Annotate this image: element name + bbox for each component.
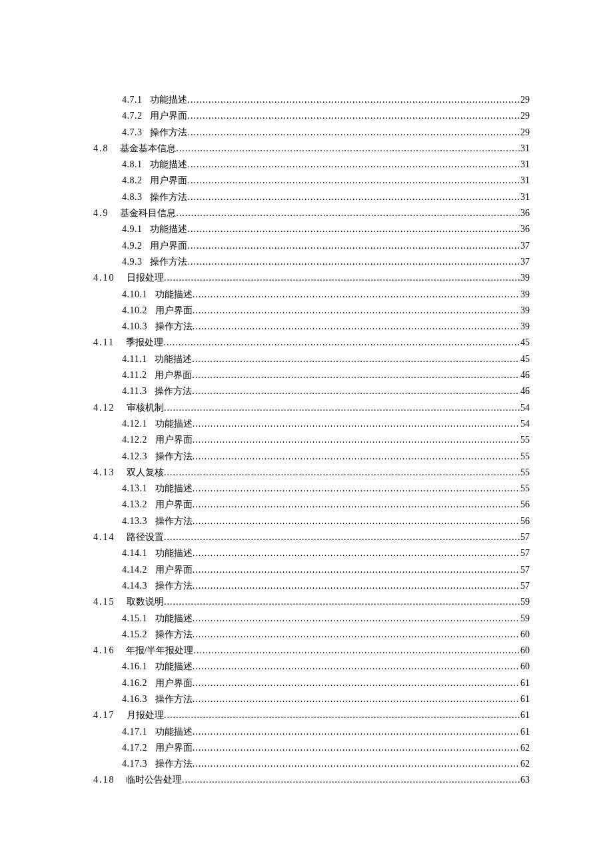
toc-entry[interactable]: 4.10.3操作方法39 bbox=[85, 319, 530, 335]
toc-entry[interactable]: 4.16年报/半年报处理60 bbox=[85, 643, 530, 659]
toc-leader-dots bbox=[193, 562, 520, 578]
toc-leader-dots bbox=[193, 545, 520, 561]
toc-entry[interactable]: 4.8.1功能描述31 bbox=[85, 157, 530, 173]
toc-entry[interactable]: 4.13.1功能描述55 bbox=[85, 481, 530, 497]
toc-entry-number: 4.17 bbox=[93, 707, 115, 723]
toc-entry[interactable]: 4.14.3操作方法57 bbox=[85, 578, 530, 594]
toc-entry-number: 4.13 bbox=[93, 465, 115, 481]
toc-entry-page: 31 bbox=[520, 141, 530, 157]
toc-entry[interactable]: 4.17月报处理61 bbox=[85, 707, 530, 723]
toc-entry[interactable]: 4.15取数说明59 bbox=[85, 594, 530, 610]
toc-entry-number: 4.9.2 bbox=[122, 238, 143, 254]
toc-entry-number: 4.10.2 bbox=[122, 303, 147, 319]
toc-entry-number: 4.16 bbox=[93, 643, 115, 659]
toc-entry[interactable]: 4.15.2操作方法60 bbox=[85, 627, 530, 643]
toc-entry[interactable]: 4.8.2用户界面31 bbox=[85, 173, 530, 189]
toc-leader-dots bbox=[193, 740, 520, 756]
toc-entry[interactable]: 4.14.2用户界面57 bbox=[85, 562, 530, 578]
toc-entry[interactable]: 4.15.1功能描述59 bbox=[85, 611, 530, 627]
toc-entry-label: 操作方法 bbox=[150, 254, 187, 270]
toc-entry-label: 功能描述 bbox=[155, 287, 193, 303]
toc-entry[interactable]: 4.10.1功能描述39 bbox=[85, 287, 530, 303]
toc-entry-number: 4.13.1 bbox=[122, 481, 147, 497]
toc-entry[interactable]: 4.11.1功能描述45 bbox=[85, 351, 530, 367]
toc-entry[interactable]: 4.12.1功能描述54 bbox=[85, 416, 530, 432]
toc-entry[interactable]: 4.11季报处理45 bbox=[85, 335, 530, 351]
toc-entry-label: 用户界面 bbox=[155, 497, 193, 513]
toc-entry[interactable]: 4.14.1功能描述57 bbox=[85, 545, 530, 561]
toc-entry-label: 操作方法 bbox=[155, 691, 193, 707]
toc-entry[interactable]: 4.7.1功能描述29 bbox=[85, 92, 530, 108]
toc-entry[interactable]: 4.17.3操作方法62 bbox=[85, 756, 530, 772]
toc-leader-dots bbox=[193, 578, 520, 594]
toc-entry-number: 4.11 bbox=[93, 335, 115, 351]
toc-leader-dots bbox=[187, 92, 520, 108]
toc-entry-page: 60 bbox=[520, 643, 530, 659]
toc-leader-dots bbox=[164, 400, 520, 416]
toc-entry[interactable]: 4.7.2用户界面29 bbox=[85, 108, 530, 124]
toc-entry-label: 操作方法 bbox=[150, 125, 187, 141]
toc-entry[interactable]: 4.17.2用户界面62 bbox=[85, 740, 530, 756]
toc-entry[interactable]: 4.10.2用户界面39 bbox=[85, 303, 530, 319]
toc-entry-page: 61 bbox=[520, 707, 530, 723]
toc-entry-label: 功能描述 bbox=[155, 611, 193, 627]
toc-entry-page: 55 bbox=[520, 449, 530, 465]
toc-leader-dots bbox=[193, 724, 520, 740]
toc-entry-label: 取数说明 bbox=[127, 594, 164, 610]
toc-entry[interactable]: 4.9.2用户界面37 bbox=[85, 238, 530, 254]
toc-entry[interactable]: 4.14路径设置57 bbox=[85, 529, 530, 545]
toc-leader-dots bbox=[193, 659, 520, 675]
toc-entry[interactable]: 4.12.2用户界面55 bbox=[85, 432, 530, 448]
toc-entry-page: 46 bbox=[520, 367, 530, 383]
toc-entry-number: 4.17.1 bbox=[122, 724, 147, 740]
toc-entry[interactable]: 4.11.3操作方法46 bbox=[85, 383, 530, 399]
toc-leader-dots bbox=[164, 270, 520, 286]
toc-entry[interactable]: 4.10日报处理39 bbox=[85, 270, 530, 286]
toc-entry-label: 用户界面 bbox=[155, 675, 193, 691]
toc-page: 4.7.1功能描述294.7.2用户界面294.7.3操作方法294.8基金基本… bbox=[0, 0, 613, 855]
toc-entry-label: 功能描述 bbox=[155, 481, 193, 497]
toc-entry-number: 4.7.2 bbox=[122, 108, 143, 124]
toc-entry-number: 4.7.1 bbox=[122, 92, 143, 108]
toc-entry-label: 功能描述 bbox=[150, 157, 187, 173]
toc-entry[interactable]: 4.9.3操作方法37 bbox=[85, 254, 530, 270]
toc-entry-label: 用户界面 bbox=[155, 367, 192, 383]
toc-entry-page: 31 bbox=[520, 173, 530, 189]
toc-entry[interactable]: 4.16.3操作方法61 bbox=[85, 691, 530, 707]
toc-entry-label: 基金基本信息 bbox=[120, 141, 176, 157]
toc-entry-page: 59 bbox=[520, 611, 530, 627]
toc-entry-label: 操作方法 bbox=[155, 319, 193, 335]
toc-leader-dots bbox=[193, 611, 520, 627]
toc-entry[interactable]: 4.17.1功能描述61 bbox=[85, 724, 530, 740]
toc-entry-number: 4.14 bbox=[93, 529, 115, 545]
toc-entry[interactable]: 4.11.2用户界面46 bbox=[85, 367, 530, 383]
toc-entry[interactable]: 4.16.1功能描述60 bbox=[85, 659, 530, 675]
toc-entry[interactable]: 4.13.2用户界面56 bbox=[85, 497, 530, 513]
toc-entry[interactable]: 4.9.1功能描述36 bbox=[85, 221, 530, 237]
toc-entry[interactable]: 4.9基金科目信息36 bbox=[85, 205, 530, 221]
toc-entry[interactable]: 4.13.3操作方法56 bbox=[85, 513, 530, 529]
toc-entry-number: 4.12.2 bbox=[122, 432, 147, 448]
toc-entry[interactable]: 4.12审核机制54 bbox=[85, 400, 530, 416]
toc-entry[interactable]: 4.18临时公告处理63 bbox=[85, 772, 530, 788]
toc-entry-number: 4.13.2 bbox=[122, 497, 147, 513]
toc-entry-number: 4.18 bbox=[93, 772, 115, 788]
toc-entry-page: 56 bbox=[520, 513, 530, 529]
toc-entry-page: 37 bbox=[520, 238, 530, 254]
toc-entry-page: 55 bbox=[520, 465, 530, 481]
toc-entry[interactable]: 4.12.3操作方法55 bbox=[85, 449, 530, 465]
toc-entry[interactable]: 4.7.3操作方法29 bbox=[85, 125, 530, 141]
toc-entry-label: 操作方法 bbox=[155, 513, 193, 529]
toc-leader-dots bbox=[193, 481, 520, 497]
toc-entry[interactable]: 4.13双人复核55 bbox=[85, 465, 530, 481]
toc-entry-page: 62 bbox=[520, 756, 530, 772]
toc-entry-number: 4.12.3 bbox=[122, 449, 147, 465]
toc-entry[interactable]: 4.8基金基本信息31 bbox=[85, 141, 530, 157]
toc-entry-page: 61 bbox=[520, 691, 530, 707]
toc-entry-label: 用户界面 bbox=[155, 740, 193, 756]
toc-entry[interactable]: 4.8.3操作方法31 bbox=[85, 189, 530, 205]
toc-entry-page: 62 bbox=[520, 740, 530, 756]
toc-entry-number: 4.8.2 bbox=[122, 173, 143, 189]
toc-entry[interactable]: 4.16.2用户界面61 bbox=[85, 675, 530, 691]
toc-entry-number: 4.13.3 bbox=[122, 513, 147, 529]
